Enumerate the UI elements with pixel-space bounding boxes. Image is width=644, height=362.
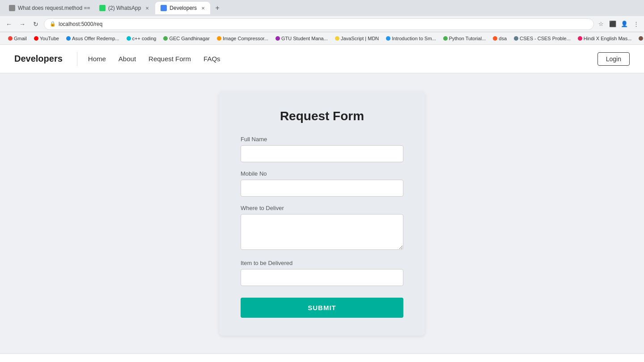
bookmark-gmail[interactable]: Gmail bbox=[5, 35, 30, 42]
bookmark-image-compressor[interactable]: Image Compressor... bbox=[214, 35, 271, 42]
profile-icon[interactable]: 👤 bbox=[620, 20, 629, 29]
bookmark-icon-mdn bbox=[335, 36, 339, 41]
bookmark-hindi[interactable]: Hindi X English Mas... bbox=[575, 35, 635, 42]
tab-1[interactable]: What does request.method == ✕ bbox=[4, 2, 93, 14]
nav-about[interactable]: About bbox=[119, 55, 136, 63]
tab-bar: What does request.method == ✕ (2) WhatsA… bbox=[0, 0, 644, 16]
bookmark-mdn[interactable]: JavaScript | MDN bbox=[332, 35, 381, 42]
bookmark-icon-gec bbox=[163, 36, 168, 41]
bookmark-star-icon[interactable]: ☆ bbox=[597, 20, 606, 29]
bookmark-icon-img bbox=[217, 36, 221, 41]
bookmark-icon-youtube bbox=[34, 36, 38, 41]
bookmark-gtu[interactable]: GTU Student Mana... bbox=[273, 35, 330, 42]
form-group-mobile: Mobile No bbox=[241, 170, 403, 197]
browser-chrome: What does request.method == ✕ (2) WhatsA… bbox=[0, 0, 644, 45]
nav-faqs[interactable]: FAQs bbox=[203, 55, 220, 63]
bookmark-icon-hindi bbox=[578, 36, 582, 41]
new-tab-button[interactable]: + bbox=[211, 2, 224, 14]
bookmark-dsa[interactable]: dsa bbox=[490, 35, 509, 42]
form-group-deliver: Where to Deliver bbox=[241, 205, 403, 252]
tab-close-3[interactable]: ✕ bbox=[201, 6, 205, 11]
bookmark-icon-gmail bbox=[8, 36, 13, 41]
bookmark-login[interactable]: Login bbox=[636, 35, 644, 42]
deliver-label: Where to Deliver bbox=[241, 205, 403, 211]
item-input[interactable] bbox=[241, 269, 403, 286]
bookmark-icon-asus bbox=[66, 36, 71, 41]
bookmarks-bar: Gmail YouTube Asus Offer Redemp... c++ c… bbox=[0, 32, 644, 45]
tab-label-2: (2) WhatsApp bbox=[108, 5, 141, 11]
form-card: Request Form Full Name Mobile No Where t… bbox=[219, 91, 425, 336]
extension-icon[interactable]: ⬛ bbox=[608, 20, 617, 29]
nav-home[interactable]: Home bbox=[88, 55, 106, 63]
bookmark-icon-cses bbox=[514, 36, 518, 41]
tab-close-2[interactable]: ✕ bbox=[145, 6, 149, 11]
address-text: localhost:5000/req bbox=[59, 21, 102, 27]
navbar-brand: Developers bbox=[14, 54, 63, 64]
bookmark-icon-gtu bbox=[275, 36, 280, 41]
bookmark-icon-cpp bbox=[127, 36, 131, 41]
mobile-label: Mobile No bbox=[241, 170, 403, 177]
deliver-textarea[interactable] bbox=[241, 214, 403, 250]
tab-label-3: Developers bbox=[169, 5, 197, 11]
back-button[interactable]: ← bbox=[4, 19, 14, 29]
bookmark-intro[interactable]: Introduction to Sm... bbox=[383, 35, 438, 42]
bookmark-python[interactable]: Python Tutorial... bbox=[441, 35, 489, 42]
bookmark-icon-dsa bbox=[493, 36, 497, 41]
form-group-item: Item to be Delivered bbox=[241, 260, 403, 286]
navbar-divider bbox=[77, 52, 77, 66]
tab-favicon-2 bbox=[99, 5, 106, 11]
address-bar[interactable]: 🔒 localhost:5000/req bbox=[44, 18, 594, 30]
mobile-input[interactable] bbox=[241, 180, 403, 197]
item-label: Item to be Delivered bbox=[241, 260, 403, 266]
tab-favicon-1 bbox=[9, 5, 15, 11]
address-bar-row: ← → ↻ 🔒 localhost:5000/req ☆ ⬛ 👤 ⋮ bbox=[0, 16, 644, 32]
website: Developers Home About Request Form FAQs … bbox=[0, 45, 644, 362]
fullname-input[interactable] bbox=[241, 145, 403, 162]
browser-action-icons: ☆ ⬛ 👤 ⋮ bbox=[597, 20, 640, 29]
tab-3[interactable]: Developers ✕ bbox=[155, 2, 210, 14]
tab-favicon-3 bbox=[161, 5, 167, 11]
navbar-links: Home About Request Form FAQs bbox=[88, 55, 597, 63]
footer: Developers © 2023 Developers. All rights… bbox=[0, 354, 644, 362]
nav-request-form[interactable]: Request Form bbox=[148, 55, 191, 63]
bookmark-cses[interactable]: CSES - CSES Proble... bbox=[511, 35, 573, 42]
bookmark-icon-intro bbox=[386, 36, 390, 41]
fullname-label: Full Name bbox=[241, 136, 403, 143]
form-title: Request Form bbox=[241, 109, 403, 123]
tab-label-1: What does request.method == bbox=[18, 5, 90, 11]
tab-2[interactable]: (2) WhatsApp ✕ bbox=[94, 2, 154, 14]
main-content: Request Form Full Name Mobile No Where t… bbox=[0, 73, 644, 354]
forward-button[interactable]: → bbox=[17, 19, 28, 29]
navbar: Developers Home About Request Form FAQs … bbox=[0, 45, 644, 73]
menu-icon[interactable]: ⋮ bbox=[631, 20, 640, 29]
refresh-button[interactable]: ↻ bbox=[30, 19, 41, 29]
bookmark-icon-login bbox=[639, 36, 643, 41]
navbar-login-button[interactable]: Login bbox=[597, 52, 630, 66]
bookmark-cpp[interactable]: c++ coding bbox=[124, 35, 159, 42]
lock-icon: 🔒 bbox=[50, 21, 56, 27]
submit-button[interactable]: SUBMIT bbox=[241, 298, 403, 318]
navbar-right: Login bbox=[597, 52, 630, 66]
bookmark-gec[interactable]: GEC Gandhinagar bbox=[161, 35, 212, 42]
bookmark-youtube[interactable]: YouTube bbox=[31, 35, 62, 42]
form-group-fullname: Full Name bbox=[241, 136, 403, 162]
bookmark-asus[interactable]: Asus Offer Redemp... bbox=[64, 35, 122, 42]
bookmark-icon-python bbox=[443, 36, 448, 41]
